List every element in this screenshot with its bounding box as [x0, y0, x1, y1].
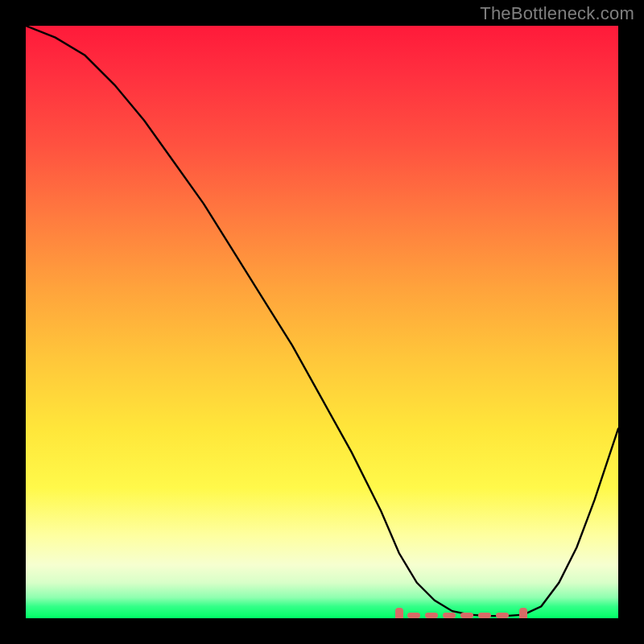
plot-area [26, 26, 618, 618]
watermark-text: TheBottleneck.com [480, 3, 634, 24]
bottleneck-curve [26, 26, 618, 618]
curve-path [26, 26, 618, 616]
chart-frame: TheBottleneck.com [0, 0, 644, 644]
